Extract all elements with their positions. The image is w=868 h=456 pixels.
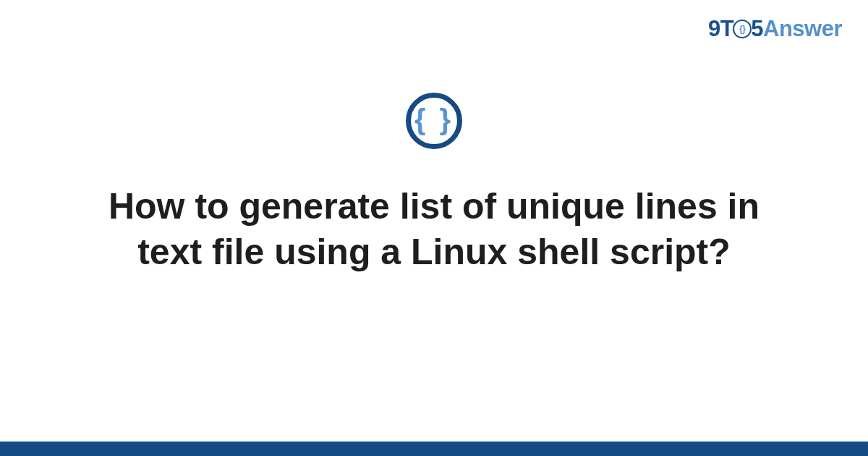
logo-text-9t: 9T bbox=[708, 16, 733, 41]
logo-o-inner-braces: {} bbox=[739, 25, 745, 33]
braces-icon: { } bbox=[414, 105, 454, 134]
content-area: { } How to generate list of unique lines… bbox=[0, 93, 868, 274]
category-badge: { } bbox=[406, 93, 462, 149]
footer-bar bbox=[0, 442, 868, 456]
question-title: How to generate list of unique lines in … bbox=[72, 184, 796, 274]
logo-o-circle: {} bbox=[733, 20, 752, 38]
site-logo: 9T{}5Answer bbox=[708, 16, 842, 42]
logo-text-answer: Answer bbox=[763, 16, 842, 41]
logo-text-5: 5 bbox=[751, 16, 763, 41]
